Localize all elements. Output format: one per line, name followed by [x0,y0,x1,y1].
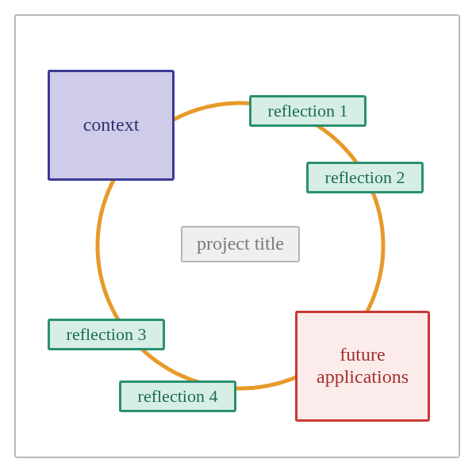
reflection-1-label: reflection 1 [268,101,348,120]
reflection-2-box: reflection 2 [306,162,424,193]
reflection-4-label: reflection 4 [138,386,218,406]
context-label: context [83,114,140,136]
reflection-1-box: reflection 1 [249,95,367,127]
project-title-label: project title [197,233,284,255]
diagram-frame: context reflection 1 reflection 2 projec… [14,14,460,458]
reflection-4-box: reflection 4 [119,380,236,412]
reflection-2-label: reflection 2 [325,167,405,187]
reflection-3-box: reflection 3 [48,319,165,350]
future-applications-box: futureapplications [295,311,430,422]
project-title-box: project title [181,226,300,262]
reflection-3-label: reflection 3 [67,324,147,344]
future-applications-label: futureapplications [317,344,409,388]
context-box: context [48,70,175,181]
diagram-canvas: context reflection 1 reflection 2 projec… [16,16,459,457]
